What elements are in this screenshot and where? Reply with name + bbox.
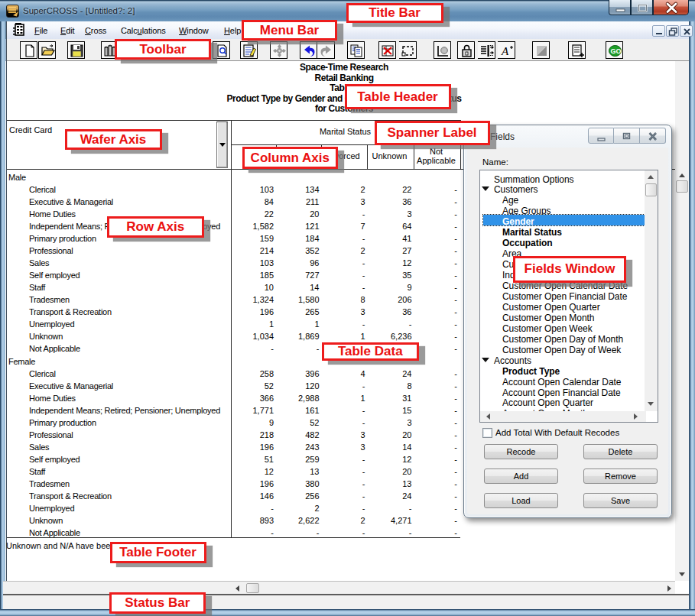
svg-text:GO: GO	[611, 47, 622, 55]
svg-text:A: A	[501, 45, 509, 57]
